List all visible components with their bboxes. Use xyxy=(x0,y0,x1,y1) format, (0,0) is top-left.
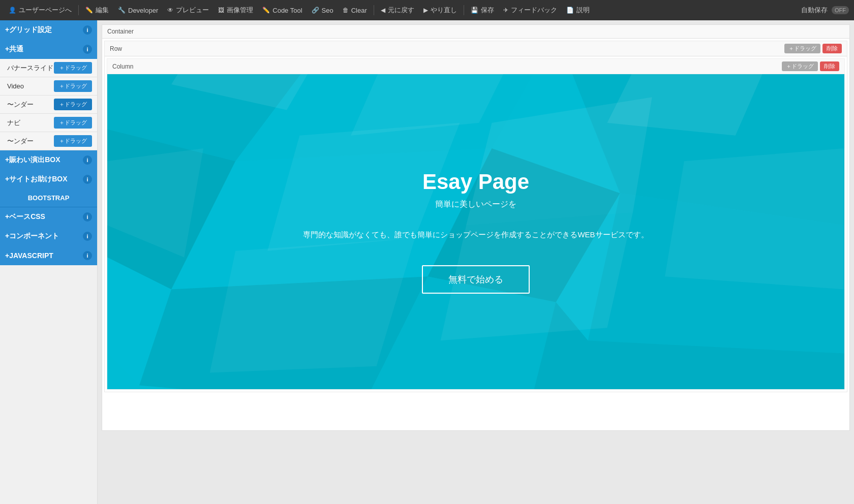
drag-button-banner[interactable]: ＋ドラッグ xyxy=(54,62,92,74)
preview-icon: 👁 xyxy=(167,7,173,14)
feedback-button[interactable]: ✈ フィードバック xyxy=(500,4,561,17)
column-drag-button[interactable]: ＋ドラッグ xyxy=(782,61,818,71)
column-header: Column ＋ドラッグ 削除 xyxy=(107,59,844,74)
hero-cta-button[interactable]: 無料で始める xyxy=(422,265,530,294)
user-page-link[interactable]: 👤 ユーザーページへ xyxy=(5,4,75,17)
drag-button-header1[interactable]: ＋ドラッグ xyxy=(54,99,92,110)
developer-icon: 🔧 xyxy=(118,7,126,14)
undo-icon: ◀ xyxy=(381,7,385,14)
row-delete-button[interactable]: 削除 xyxy=(822,44,842,53)
user-icon: 👤 xyxy=(9,7,16,14)
topbar: 👤 ユーザーページへ ✏️ 編集 🔧 Developer 👁 プレビュー 🖼 画… xyxy=(0,0,854,20)
hero-canvas: Esay Page 簡単に美しいページを 専門的な知識がなくても、誰でも簡単にシ… xyxy=(107,74,844,389)
hero-content: Esay Page 簡単に美しいページを 専門的な知識がなくても、誰でも簡単にシ… xyxy=(107,74,844,389)
clear-button[interactable]: 🗑 Clear xyxy=(339,5,371,16)
edit-icon: ✏️ xyxy=(85,7,93,14)
save-icon: 💾 xyxy=(471,7,478,14)
separator2 xyxy=(374,5,374,15)
column-container: Column ＋ドラッグ 削除 xyxy=(107,58,845,390)
seo-button[interactable]: 🔗 Seo xyxy=(308,5,337,16)
redo-icon: ▶ xyxy=(423,7,428,14)
info-icon-css[interactable]: i xyxy=(83,212,92,222)
sidebar-section-animation[interactable]: +賑わい演出BOX i xyxy=(0,150,97,170)
image-mgmt-button[interactable]: 🖼 画像管理 xyxy=(215,4,257,17)
row-drag-button[interactable]: ＋ドラッグ xyxy=(784,44,820,53)
seo-icon: 🔗 xyxy=(312,7,319,14)
container-label: Container xyxy=(102,25,849,39)
separator xyxy=(78,5,79,15)
row-header: Row ＋ドラッグ 削除 xyxy=(105,41,847,56)
clear-icon: 🗑 xyxy=(343,7,349,14)
save-button[interactable]: 💾 保存 xyxy=(467,4,498,17)
info-icon-js[interactable]: i xyxy=(83,251,92,260)
autosave-area: 自動保存 OFF xyxy=(801,6,849,15)
sidebar-items-common: バナースライド ＋ドラッグ Video ＋ドラッグ 〜ンダー ＋ドラッグ ナビ xyxy=(0,59,97,150)
sidebar-section-base-css[interactable]: +ベースCSS i xyxy=(0,207,97,227)
sidebar-item-header1: 〜ンダー ＋ドラッグ xyxy=(0,96,97,114)
help-button[interactable]: 📄 説明 xyxy=(563,4,593,17)
hero-title: Esay Page xyxy=(422,170,529,194)
edit-button[interactable]: ✏️ 編集 xyxy=(82,4,112,17)
sidebar-section-common[interactable]: +共通 i xyxy=(0,40,97,59)
hero-subtitle: 簡単に美しいページを xyxy=(435,199,516,210)
row-action-buttons: ＋ドラッグ 削除 xyxy=(784,44,842,53)
sidebar-item-video: Video ＋ドラッグ xyxy=(0,77,97,96)
builder-container: Container Row ＋ドラッグ 削除 xyxy=(102,24,850,431)
column-delete-button[interactable]: 削除 xyxy=(820,61,839,71)
developer-button[interactable]: 🔧 Developer xyxy=(114,5,162,16)
info-icon-animation[interactable]: i xyxy=(83,155,92,165)
sidebar-section-helper[interactable]: +サイトお助けBOX i xyxy=(0,170,97,189)
redo-button[interactable]: ▶ やり直し xyxy=(420,4,461,17)
hero-description: 専門的な知識がなくても、誰でも簡単にショップページを作成することができるWEBサ… xyxy=(303,230,648,240)
sidebar-section-component[interactable]: +コンポーネント i xyxy=(0,227,97,246)
separator3 xyxy=(464,5,464,15)
sidebar-section-javascript[interactable]: +JAVASCRIPT i xyxy=(0,246,97,265)
content-area: Container Row ＋ドラッグ 削除 xyxy=(98,20,854,504)
info-icon-common[interactable]: i xyxy=(83,45,92,54)
preview-button[interactable]: 👁 プレビュー xyxy=(164,4,212,17)
column-action-buttons: ＋ドラッグ 削除 xyxy=(782,61,839,71)
sidebar-item-banner-slide: バナースライド ＋ドラッグ xyxy=(0,59,97,77)
sidebar-section-bootstrap[interactable]: BOOTSTRAP xyxy=(0,189,97,207)
sidebar: +グリッド設定 i +共通 i バナースライド ＋ドラッグ Video ＋ドラッ… xyxy=(0,20,98,504)
undo-button[interactable]: ◀ 元に戻す xyxy=(377,4,418,17)
info-icon-component[interactable]: i xyxy=(83,232,92,241)
main-layout: +グリッド設定 i +共通 i バナースライド ＋ドラッグ Video ＋ドラッ… xyxy=(0,20,854,504)
image-icon: 🖼 xyxy=(218,7,224,14)
code-icon: ✏️ xyxy=(262,7,270,14)
row-container: Row ＋ドラッグ 削除 Column xyxy=(104,41,847,392)
sidebar-item-header2: 〜ンダー ＋ドラッグ xyxy=(0,132,97,150)
autosave-toggle[interactable]: OFF xyxy=(832,6,849,14)
info-icon-helper[interactable]: i xyxy=(83,175,92,184)
feedback-icon: ✈ xyxy=(503,7,508,14)
drag-button-nav[interactable]: ＋ドラッグ xyxy=(54,117,92,129)
drag-button-video[interactable]: ＋ドラッグ xyxy=(54,80,92,92)
code-tool-button[interactable]: ✏️ Code Tool xyxy=(259,5,306,16)
info-icon-grid[interactable]: i xyxy=(83,25,92,35)
help-icon: 📄 xyxy=(566,7,574,14)
sidebar-section-grid-settings[interactable]: +グリッド設定 i xyxy=(0,20,97,40)
drag-button-header2[interactable]: ＋ドラッグ xyxy=(54,135,92,147)
sidebar-item-nav: ナビ ＋ドラッグ xyxy=(0,114,97,132)
